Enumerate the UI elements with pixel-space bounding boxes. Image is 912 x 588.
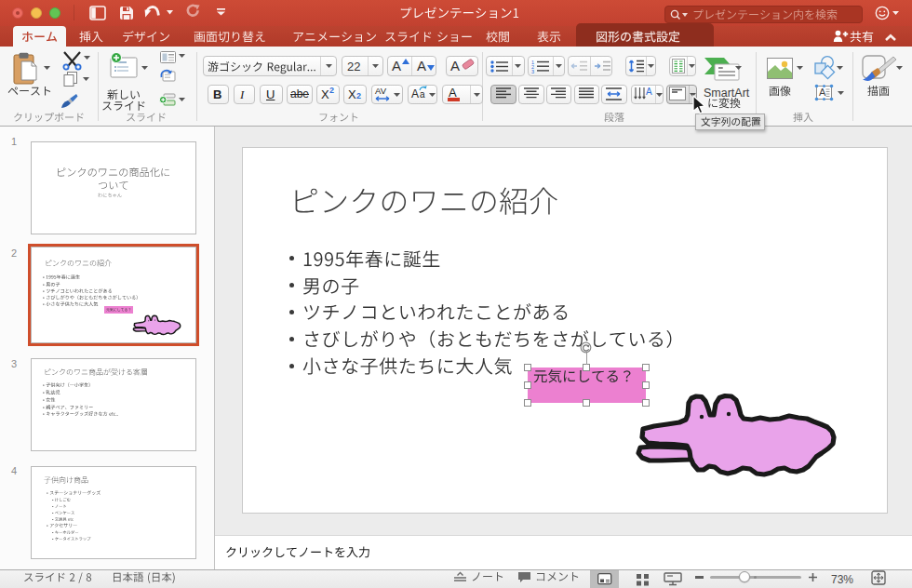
svg-text:AV: AV (375, 86, 387, 96)
svg-text:A: A (646, 87, 652, 97)
svg-text:3: 3 (531, 69, 534, 74)
svg-text:A: A (819, 87, 826, 98)
